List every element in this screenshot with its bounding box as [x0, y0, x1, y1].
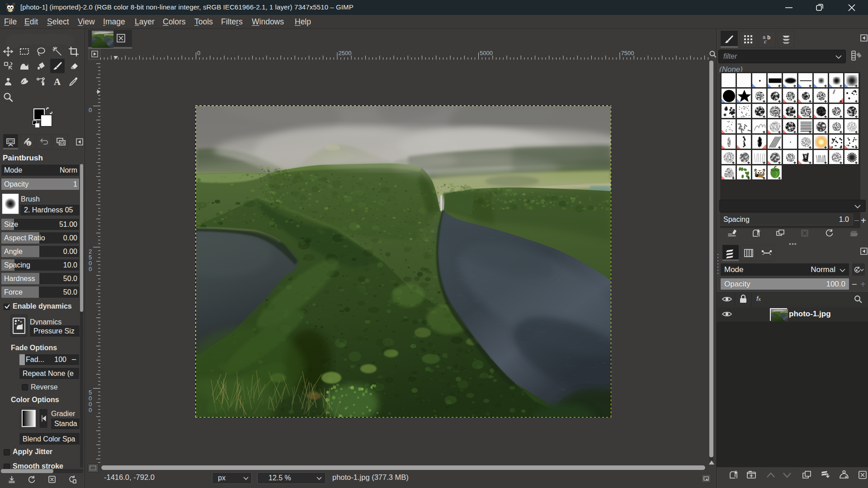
svg-text:2500: 2500: [339, 50, 352, 56]
svg-text:0: 0: [89, 107, 92, 113]
svg-text:5000: 5000: [480, 50, 493, 56]
svg-text:A: A: [54, 76, 61, 87]
svg-text:7500: 7500: [621, 50, 634, 56]
svg-text:b: b: [767, 34, 770, 41]
svg-text:0: 0: [89, 407, 92, 413]
svg-text:0: 0: [197, 50, 200, 56]
svg-text:c: c: [764, 38, 767, 45]
svg-text:0: 0: [89, 266, 92, 272]
